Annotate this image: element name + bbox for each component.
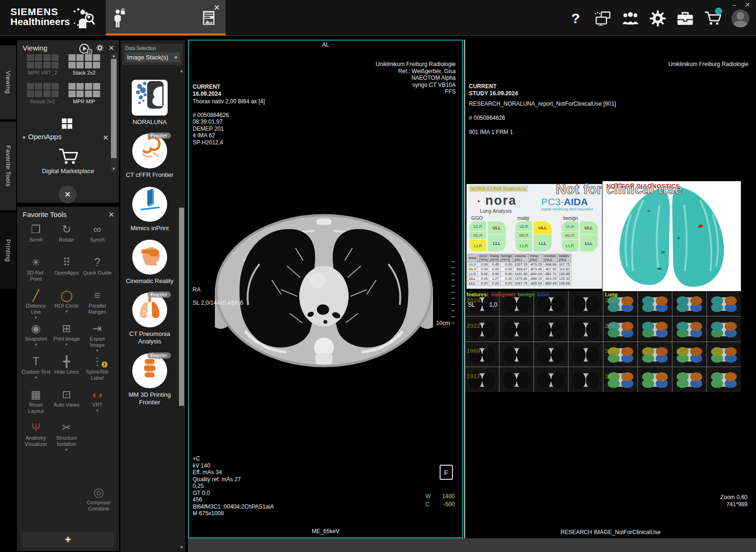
ct-thumbnail-r1c7[interactable]: [707, 317, 741, 342]
tool-spine-rib-label[interactable]: ⋮1Spine/Rib Label: [82, 355, 112, 388]
ct-thumbnail-r2c3[interactable]: [569, 342, 603, 367]
ct-axial-image[interactable]: [215, 196, 433, 381]
tool-quick-guide[interactable]: ?Quick Guide: [82, 256, 112, 289]
scroll-up-icon[interactable]: ▲: [179, 68, 184, 73]
data-selection-dropdown[interactable]: Image Stack(s) ▼: [125, 52, 180, 62]
ct-thumbnail-r0c5[interactable]: [638, 291, 672, 316]
ct-thumbnail-r1c2[interactable]: [534, 317, 568, 342]
ct-thumbnail-r3c2[interactable]: [534, 367, 568, 392]
app-ct-cffr-frontier[interactable]: FrontierCT cFFR Frontier: [120, 134, 179, 179]
layout-option-result-2x2[interactable]: Result 2x2: [22, 83, 63, 104]
sidebar-tab-favorite-tools[interactable]: Favorite Tools: [0, 122, 16, 210]
tool-compose-combine[interactable]: ◎ Compose/ Combine: [83, 485, 114, 512]
ct-thumbnail-r3c6[interactable]: [672, 367, 706, 392]
ct-thumbnail-r1c6[interactable]: [672, 317, 706, 342]
ct-thumbnail-r1c4[interactable]: [603, 317, 637, 342]
ct-thumbnail-r1c3[interactable]: [569, 317, 603, 342]
tool-export-image[interactable]: ⇥Export Image▼: [82, 322, 112, 355]
workstations-button[interactable]: [595, 9, 612, 27]
users-button[interactable]: [622, 9, 639, 27]
ct-thumbnail-r3c5[interactable]: [638, 367, 672, 392]
app-mimics-inprint[interactable]: Mimics inPrint: [120, 187, 179, 232]
app-cinematic-reality[interactable]: Cinematic Reality: [120, 240, 179, 285]
tool-custom-text[interactable]: TCustom Text▼: [21, 355, 51, 388]
chevron-down-icon[interactable]: ▼: [34, 343, 38, 347]
openapps-close-icon[interactable]: ✕: [102, 134, 109, 142]
openapps-section-header[interactable]: ▾OpenApps: [23, 133, 61, 141]
marketplace-cart-button[interactable]: [704, 9, 721, 27]
panel-gear-icon[interactable]: [96, 44, 103, 51]
ct-thumbnail-r3c1[interactable]: [500, 367, 534, 392]
add-tool-button[interactable]: +: [22, 532, 114, 547]
tool-3d-ref-point[interactable]: ✳3D Ref. Point: [21, 256, 51, 289]
ct-thumbnail-r0c6[interactable]: [672, 291, 706, 316]
chevron-down-icon[interactable]: ▼: [65, 448, 68, 452]
avatar[interactable]: [731, 9, 749, 27]
viewing-panel-close-icon[interactable]: ✕: [108, 44, 114, 52]
app-ct-pneumonia-analysis[interactable]: FrontierCT Pneumonia Analysis: [120, 293, 179, 346]
tool-rotate[interactable]: ↻Rotate: [51, 223, 82, 256]
app-noraluna[interactable]: NORALUNA: [120, 80, 179, 126]
tool-distance-line[interactable]: ╱Distance Line▼: [21, 289, 51, 322]
ct-thumbnail-r1c5[interactable]: [638, 317, 672, 342]
scroll-down-icon[interactable]: ▼: [179, 545, 184, 550]
sidebar-tab-printing[interactable]: Printing: [0, 212, 16, 289]
scroll-thumb[interactable]: [111, 59, 117, 158]
ct-thumbnail-r1c0[interactable]: [465, 317, 499, 342]
ct-thumbnail-r0c7[interactable]: [707, 291, 741, 316]
digital-marketplace-item[interactable]: Digital Marketplace: [17, 148, 119, 175]
ct-thumbnail-r2c6[interactable]: [672, 342, 706, 367]
tool-synch[interactable]: ∞Synch: [82, 223, 112, 256]
ct-thumbnail-r0c4[interactable]: [603, 291, 637, 316]
sidebar-tab-viewing[interactable]: Viewing: [0, 45, 16, 119]
patient-tab[interactable]: ✕: [106, 0, 226, 35]
tool-openapps[interactable]: ⠿OpenApps: [51, 256, 82, 289]
ct-thumbnail-r0c3[interactable]: [569, 291, 603, 316]
chevron-down-icon[interactable]: ▼: [95, 409, 99, 413]
layout-option-stack-2x2[interactable]: Stack 2x2: [63, 54, 105, 75]
ct-thumbnail-r1c1[interactable]: [500, 317, 534, 342]
apps-grid-icon[interactable]: [62, 118, 72, 129]
favorite-tools-close-icon[interactable]: ✕: [108, 210, 114, 219]
ct-thumbnail-r2c2[interactable]: [534, 342, 568, 367]
app-mm-3d-printing-frontier[interactable]: FrontierMM 3D Printing Frontier: [120, 353, 179, 407]
tool-parallel-ranges[interactable]: ≡Parallel Ranges: [82, 289, 112, 322]
ct-thumbnail-r2c0[interactable]: [465, 342, 499, 367]
window-close-button[interactable]: ✕: [745, 1, 750, 8]
layout-option-mpr-mip[interactable]: MPR MIP: [63, 83, 105, 104]
panel-bottom-close-button[interactable]: ✕: [59, 185, 76, 203]
chevron-down-icon[interactable]: ▼: [65, 343, 68, 347]
tool-print-image[interactable]: ⊞Print Image▼: [51, 322, 82, 355]
ct-thumbnail-r3c3[interactable]: [569, 367, 603, 392]
patient-search-icon[interactable]: [76, 8, 96, 29]
tool-hide-lines[interactable]: ╋Hide Lines: [51, 355, 82, 388]
tool-vrt[interactable]: ◖◗VRT▼: [82, 388, 112, 421]
scroll-up-icon[interactable]: ▲: [110, 53, 117, 58]
chevron-down-icon[interactable]: ▼: [65, 309, 68, 314]
window-minimize-button[interactable]: –: [732, 1, 736, 8]
chevron-down-icon[interactable]: ▼: [95, 349, 99, 353]
layout-option-mpr-vrt_2[interactable]: MPR VRT_2: [22, 54, 63, 75]
chevron-down-icon[interactable]: ▼: [34, 376, 38, 380]
scroll-thumb[interactable]: [179, 208, 184, 406]
report-viewport[interactable]: Uniklinikum Freiburg Radiologie CURRENT …: [464, 40, 756, 538]
chevron-down-icon[interactable]: ▾: [23, 134, 25, 140]
ct-thumbnail-r3c7[interactable]: [707, 367, 741, 392]
ct-thumbnail-r3c0[interactable]: [465, 367, 499, 392]
help-button[interactable]: ?: [567, 9, 584, 27]
apps-scrollbar[interactable]: ▲ ▼: [179, 68, 184, 550]
tool-structure-isolation[interactable]: ✂Structure Isolation▼: [51, 421, 82, 454]
tool-reset-layout[interactable]: ▦Reset Layout: [21, 388, 51, 421]
ct-thumbnail-r0c0[interactable]: [465, 291, 499, 316]
ct-thumbnail-r2c5[interactable]: [638, 342, 672, 367]
ct-thumbnail-r0c2[interactable]: [534, 291, 568, 316]
chevron-down-icon[interactable]: ▼: [34, 316, 38, 320]
ct-thumbnail-r0c1[interactable]: [500, 291, 534, 316]
cine-icon[interactable]: [78, 43, 93, 55]
ct-thumbnail-r2c7[interactable]: [707, 342, 741, 367]
tool-scroll[interactable]: ❐Scroll: [21, 223, 51, 256]
tool-anatomy-visualizer[interactable]: ΨAnatomy Visualizer: [21, 421, 51, 454]
tab-close-icon[interactable]: ✕: [213, 3, 220, 13]
briefcase-button[interactable]: [677, 9, 694, 27]
settings-button[interactable]: [649, 9, 666, 27]
